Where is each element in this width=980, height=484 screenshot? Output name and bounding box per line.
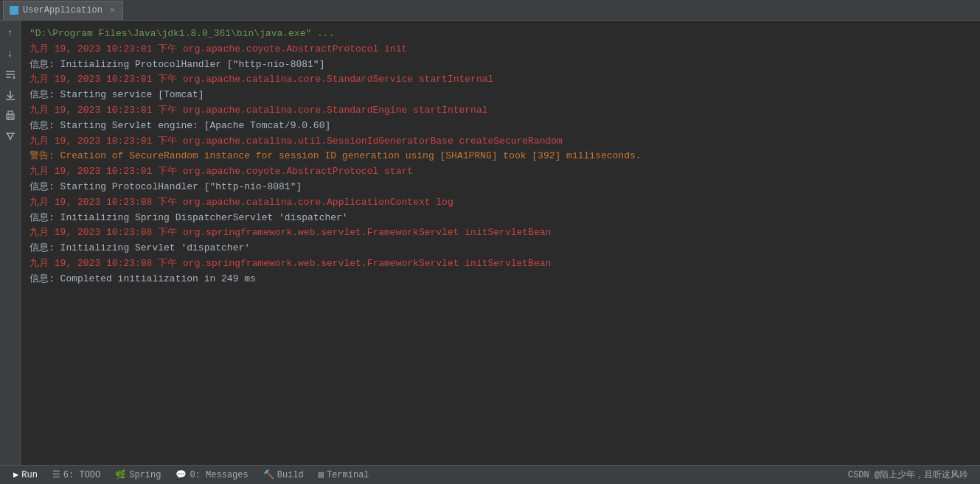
log-line: 九月 19, 2023 10:23:08 下午 org.springframew… [29, 225, 971, 241]
log-line: 信息: Starting ProtocolHandler ["http-nio-… [29, 180, 971, 195]
scroll-up-button[interactable]: ↑ [2, 25, 18, 41]
log-line: 警告: Creation of SecureRandom instance fo… [29, 149, 971, 164]
status-right-text: CSDN @陌上少年，且听这风吟 [848, 469, 974, 481]
wrap-lines-button[interactable] [2, 66, 18, 83]
log-line: 九月 19, 2023 10:23:01 下午 org.apache.coyot… [29, 42, 971, 57]
log-line: 九月 19, 2023 10:23:01 下午 org.apache.catal… [29, 72, 971, 88]
terminal-status-item[interactable]: ▤ Terminal [311, 466, 377, 484]
log-line: 信息: Initializing Servlet 'dispatcher' [29, 241, 971, 256]
tab-bar: UserApplication × [0, 0, 980, 21]
main-area: ↑ ↓ [0, 21, 980, 465]
save-output-button[interactable] [2, 87, 18, 103]
log-line: 信息: Completed initialization in 249 ms [29, 272, 971, 287]
build-status-item[interactable]: 🔨 Build [256, 466, 311, 484]
log-line: 九月 19, 2023 10:23:08 下午 org.apache.catal… [29, 195, 971, 211]
tab-label: UserApplication [23, 5, 102, 15]
messages-status-item[interactable]: 💬 0: Messages [168, 466, 255, 484]
log-line: 信息: Initializing ProtocolHandler ["http-… [29, 57, 971, 73]
log-line: 信息: Initializing Spring DispatcherServle… [29, 211, 971, 226]
console-output[interactable]: "D:\Program Files\Java\jdk1.8.0_361\bin\… [21, 21, 980, 465]
log-line: 九月 19, 2023 10:23:01 下午 org.apache.catal… [29, 134, 971, 150]
terminal-icon: ▤ [319, 469, 324, 480]
close-tab-icon[interactable]: × [110, 6, 115, 15]
java-file-icon [10, 6, 18, 15]
status-bar: ▶ Run ☰ 6: TODO 🌿 Spring 💬 0: Messages 🔨… [0, 465, 980, 484]
todo-status-item[interactable]: ☰ 6: TODO [45, 466, 108, 484]
left-toolbar: ↑ ↓ [0, 21, 21, 465]
log-line: 九月 19, 2023 10:23:08 下午 org.springframew… [29, 256, 971, 272]
log-line: "D:\Program Files\Java\jdk1.8.0_361\bin\… [29, 27, 971, 42]
run-icon: ▶ [13, 469, 18, 480]
todo-label: 6: TODO [63, 470, 100, 480]
print-button[interactable] [2, 108, 18, 124]
spring-status-item[interactable]: 🌿 Spring [108, 466, 168, 484]
terminal-label: Terminal [327, 470, 369, 480]
spring-label: Spring [129, 470, 161, 480]
log-line: 信息: Starting Servlet engine: [Apache Tom… [29, 119, 971, 134]
scroll-down-button[interactable]: ↓ [2, 46, 18, 62]
messages-icon: 💬 [176, 469, 187, 480]
todo-icon: ☰ [52, 469, 60, 480]
log-line: 九月 19, 2023 10:23:01 下午 org.apache.coyot… [29, 164, 971, 180]
build-label: Build [277, 470, 304, 480]
log-line: 九月 19, 2023 10:23:01 下午 org.apache.catal… [29, 103, 971, 119]
tab-user-application[interactable]: UserApplication × [3, 1, 123, 20]
run-label: Run [21, 470, 38, 480]
run-status-item[interactable]: ▶ Run [6, 466, 45, 484]
log-line: 信息: Starting service [Tomcat] [29, 88, 971, 103]
svg-rect-7 [8, 117, 13, 119]
build-icon: 🔨 [263, 469, 274, 480]
clear-output-button[interactable] [2, 128, 18, 144]
messages-label: 0: Messages [190, 470, 248, 480]
spring-icon: 🌿 [115, 469, 126, 480]
